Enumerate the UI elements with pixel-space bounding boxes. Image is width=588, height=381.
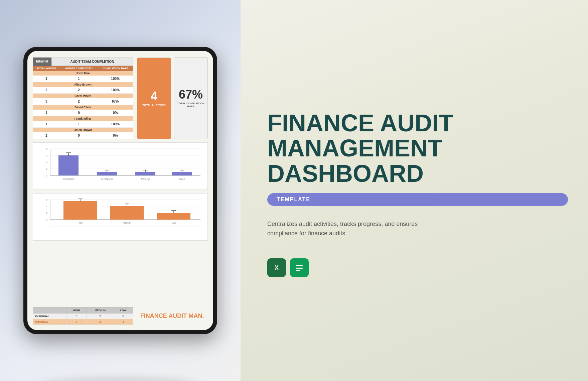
svg-rect-59 bbox=[294, 262, 305, 273]
svg-text:Low: Low bbox=[172, 222, 176, 224]
total-cell: 3 bbox=[33, 98, 60, 105]
rate-cell: 100% bbox=[98, 87, 133, 94]
person-row: David Clark bbox=[33, 105, 133, 110]
risk-table: HIGH MEDIUM LOW EXTERNAL 3 2 bbox=[33, 307, 133, 325]
stat-total-auditors: 4 TOTAL AUDITORS bbox=[137, 57, 171, 139]
stat-cards: 4 TOTAL AUDITORS 67% TOTAL COMPLETION RA… bbox=[137, 57, 208, 139]
tablet-frame: Internal AUDIT TEAM COMPLETION TOTAL AUD… bbox=[23, 47, 217, 334]
svg-text:1: 1 bbox=[181, 169, 183, 171]
risk-col-low: LOW bbox=[114, 307, 133, 313]
total-cell: 1 bbox=[33, 132, 60, 139]
chart-audit-status: 8 6 4 2 0 bbox=[33, 142, 208, 190]
external-label: EXTERNAL bbox=[33, 313, 67, 319]
internal-high: 5 bbox=[66, 319, 86, 325]
charts-section: 8 6 4 2 0 bbox=[33, 142, 208, 304]
svg-rect-60 bbox=[296, 265, 303, 266]
audit-table: TOTAL AUDITS AUDITS COMPLETED COMPLETION… bbox=[33, 66, 133, 139]
rate-cell: 0% bbox=[98, 132, 133, 139]
finance-label-text: FINANCE AUDIT MAN. bbox=[140, 312, 204, 320]
internal-label: INTERNAL bbox=[33, 319, 67, 325]
completed-cell: 1 bbox=[60, 76, 98, 82]
total-auditors-label: TOTAL AUDITORS bbox=[142, 104, 165, 107]
external-medium: 2 bbox=[87, 313, 114, 319]
svg-text:1: 1 bbox=[173, 210, 174, 212]
title-line2: MANAGEMENT bbox=[267, 136, 568, 161]
col-header-row: TOTAL AUDITS AUDITS COMPLETED COMPLETION… bbox=[33, 66, 133, 71]
rate-cell: 67% bbox=[98, 98, 133, 105]
total-cell: 1 bbox=[33, 121, 60, 128]
bar-chart-1: 8 6 4 2 0 bbox=[36, 145, 205, 185]
completed-cell: 2 bbox=[60, 87, 98, 94]
audit-table-container: Internal AUDIT TEAM COMPLETION TOTAL AUD… bbox=[33, 57, 133, 139]
app-icons: X bbox=[267, 258, 568, 277]
person-row: Carol White bbox=[33, 94, 133, 99]
person-name: Carol White bbox=[33, 94, 133, 99]
auditor-data-row: 100% bbox=[33, 132, 133, 139]
bar-chart-2: 6 4 2 0 bbox=[36, 196, 205, 236]
svg-text:4: 4 bbox=[46, 161, 47, 163]
auditor-data-row: 100% bbox=[33, 110, 133, 116]
title-line3: DASHBOARD bbox=[267, 161, 568, 186]
svg-rect-46 bbox=[110, 206, 144, 220]
completion-label: AUDIT TEAM COMPLETION bbox=[51, 57, 133, 66]
svg-rect-49 bbox=[157, 213, 190, 220]
internal-medium: 3 bbox=[87, 319, 114, 325]
total-cell: 1 bbox=[33, 76, 60, 82]
svg-text:High: High bbox=[78, 222, 83, 224]
left-panel: Internal AUDIT TEAM COMPLETION TOTAL AUD… bbox=[0, 0, 241, 381]
person-name: John Doe bbox=[33, 71, 133, 76]
person-name: Helen Brown bbox=[33, 128, 133, 133]
completed-cell: 2 bbox=[60, 98, 98, 105]
auditor-data-row: 11100% bbox=[33, 76, 133, 82]
svg-text:Medium: Medium bbox=[123, 222, 131, 224]
risk-header-row: HIGH MEDIUM LOW bbox=[33, 307, 133, 313]
external-low: 0 bbox=[114, 313, 133, 319]
rate-cell: 100% bbox=[98, 121, 133, 128]
svg-text:6: 6 bbox=[46, 199, 47, 201]
svg-rect-21 bbox=[172, 172, 192, 175]
svg-rect-18 bbox=[135, 172, 155, 175]
total-cell: 2 bbox=[33, 87, 60, 94]
svg-text:4: 4 bbox=[46, 205, 47, 208]
right-panel: FINANCE AUDIT MANAGEMENT DASHBOARD TEMPL… bbox=[241, 0, 588, 381]
dashboard: Internal AUDIT TEAM COMPLETION TOTAL AUD… bbox=[27, 51, 213, 330]
internal-row: INTERNAL 5 3 1 bbox=[33, 319, 133, 325]
svg-text:0: 0 bbox=[46, 174, 47, 177]
col-completion-rate: COMPLETION RATE bbox=[98, 66, 133, 71]
auditor-data-row: 3267% bbox=[33, 98, 133, 105]
external-row: EXTERNAL 3 2 0 bbox=[33, 313, 133, 319]
person-row: Frank Miller bbox=[33, 116, 133, 121]
svg-text:6: 6 bbox=[68, 152, 69, 155]
sheets-icon bbox=[290, 258, 309, 277]
completion-rate-value: 67% bbox=[179, 89, 203, 101]
svg-rect-43 bbox=[63, 201, 97, 220]
rate-cell: 100% bbox=[98, 76, 133, 82]
svg-text:8: 8 bbox=[46, 148, 47, 150]
finance-label: FINANCE AUDIT MAN. bbox=[136, 307, 208, 325]
risk-data-table: HIGH MEDIUM LOW EXTERNAL 3 2 bbox=[33, 307, 133, 325]
stat-completion-rate: 67% TOTAL COMPLETION RATE bbox=[174, 57, 208, 139]
person-row: Alice Brown bbox=[33, 82, 133, 87]
table-header-row: Internal AUDIT TEAM COMPLETION bbox=[33, 57, 133, 66]
svg-text:Completed: Completed bbox=[63, 178, 74, 180]
internal-label: Internal bbox=[33, 57, 51, 66]
svg-rect-62 bbox=[296, 268, 303, 269]
risk-col-medium: MEDIUM bbox=[87, 307, 114, 313]
svg-text:3: 3 bbox=[126, 203, 128, 206]
top-section: Internal AUDIT TEAM COMPLETION TOTAL AUD… bbox=[33, 57, 208, 139]
svg-rect-63 bbox=[296, 270, 300, 271]
svg-text:X: X bbox=[275, 264, 279, 271]
person-name: Alice Brown bbox=[33, 82, 133, 87]
total-auditors-value: 4 bbox=[151, 90, 157, 102]
svg-rect-61 bbox=[296, 267, 303, 267]
chart-risk-level: 6 4 2 0 bbox=[33, 193, 208, 241]
svg-text:1: 1 bbox=[106, 169, 108, 171]
svg-text:In Progress: In Progress bbox=[101, 178, 113, 180]
internal-low: 1 bbox=[114, 319, 133, 325]
svg-text:Open: Open bbox=[179, 178, 185, 180]
tablet-reflection bbox=[40, 378, 200, 381]
bottom-section: HIGH MEDIUM LOW EXTERNAL 3 2 bbox=[33, 307, 208, 325]
auditor-data-row: 11100% bbox=[33, 121, 133, 128]
svg-text:2: 2 bbox=[46, 168, 47, 170]
person-row: John Doe bbox=[33, 71, 133, 76]
